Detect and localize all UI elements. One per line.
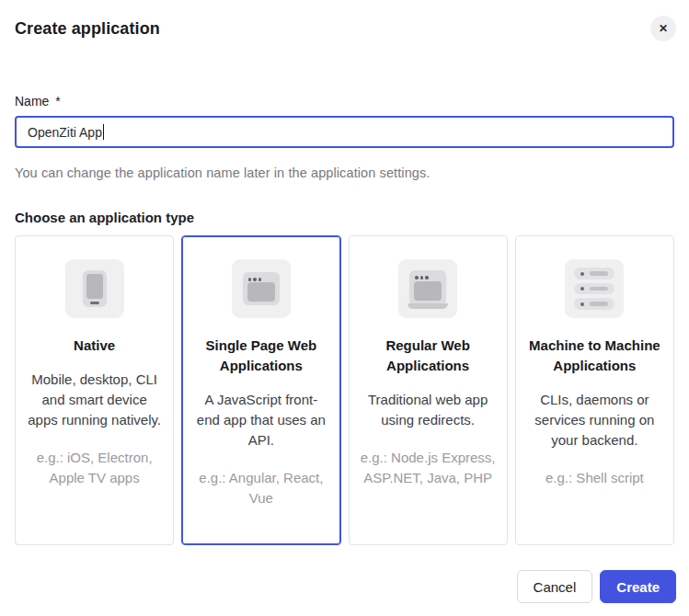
browser-content [247,282,275,302]
card-title: Regular Web Applications [361,336,496,376]
card-native[interactable]: Native Mobile, desktop, CLI and smart de… [15,235,174,545]
phone-body [83,270,107,307]
name-label-text: Name [15,94,49,108]
server-row [574,298,614,310]
browser-frame [409,270,446,303]
create-application-modal: Create application ✕ Name * OpenZiti App… [0,0,689,616]
application-name-input[interactable]: OpenZiti App [15,116,674,148]
server-row [574,283,614,295]
card-title: Native [27,336,162,356]
card-example: e.g.: Shell script [527,468,662,488]
card-regular-web[interactable]: Regular Web Applications Traditional web… [349,235,508,545]
mobile-phone-icon [65,259,124,318]
browser-frame [243,272,280,305]
close-button[interactable]: ✕ [650,16,676,41]
phone-homebar [90,302,99,304]
card-example: e.g.: Angular, React, Vue [193,468,328,508]
modal-footer: Cancel Create [517,570,676,603]
cancel-button[interactable]: Cancel [517,570,593,603]
card-description: CLIs, daemons or services running on you… [527,390,662,451]
application-type-label: Choose an application type [15,210,674,225]
text-cursor [103,124,104,140]
server-rows [574,268,614,310]
card-example: e.g.: Node.js Express, ASP.NET, Java, PH… [361,448,496,488]
close-icon: ✕ [659,23,668,34]
server-row [574,268,614,279]
server-stack-icon [565,259,624,318]
browser-base [408,303,448,309]
card-description: Mobile, desktop, CLI and smart device ap… [27,370,162,430]
application-type-cards: Native Mobile, desktop, CLI and smart de… [15,235,674,545]
card-title: Single Page Web Applications [193,336,328,376]
browser-content [414,281,442,301]
name-field-label: Name * [15,94,674,108]
browser-dots [248,278,262,281]
card-description: Traditional web app using redirects. [361,390,496,430]
browser-with-base-icon [398,259,457,318]
card-title: Machine to Machine Applications [527,336,662,376]
card-example: e.g.: iOS, Electron, Apple TV apps [27,448,162,488]
modal-header: Create application ✕ [0,0,689,42]
card-machine-to-machine[interactable]: Machine to Machine Applications CLIs, da… [515,235,674,545]
phone-screen [86,274,103,299]
create-button[interactable]: Create [600,570,676,603]
page-title: Create application [15,19,160,39]
name-helper-text: You can change the application name late… [15,165,674,180]
required-marker: * [55,94,60,108]
browser-dots [415,276,429,279]
browser-window-icon [232,259,291,318]
card-single-page-web[interactable]: Single Page Web Applications A JavaScrip… [181,235,340,545]
application-name-value: OpenZiti App [28,125,102,140]
card-description: A JavaScript front-end app that uses an … [193,390,328,451]
